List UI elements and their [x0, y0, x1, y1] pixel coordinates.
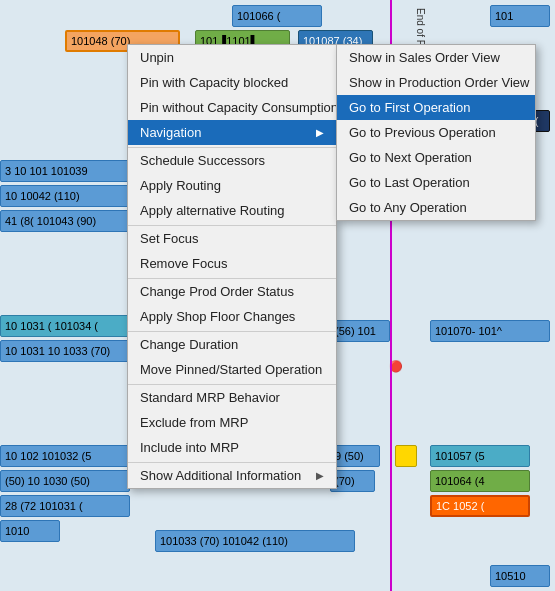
- menu-item-label-change-prod-status: Change Prod Order Status: [140, 284, 294, 299]
- menu-item-include-mrp[interactable]: Include into MRP: [128, 435, 336, 460]
- menu-item-label-schedule-successors: Schedule Successors: [140, 153, 265, 168]
- gantt-bar-b18[interactable]: 101064 (4: [430, 470, 530, 492]
- submenu-arrow-icon: ▶: [316, 127, 324, 138]
- menu-item-label-pin-capacity-blocked: Pin with Capacity blocked: [140, 75, 288, 90]
- gantt-bar-b23[interactable]: 1010: [0, 520, 60, 542]
- submenu-item-go-last[interactable]: Go to Last Operation: [337, 170, 535, 195]
- gantt-bar-b11[interactable]: (56) 101: [330, 320, 390, 342]
- gantt-bar-b16[interactable]: 101057 (5: [430, 445, 530, 467]
- submenu-item-label-go-first: Go to First Operation: [349, 100, 470, 115]
- navigation-submenu: Show in Sales Order ViewShow in Producti…: [336, 44, 536, 221]
- gantt-bar-b25[interactable]: 10510: [490, 565, 550, 587]
- submenu-item-label-go-any: Go to Any Operation: [349, 200, 467, 215]
- menu-item-label-standard-mrp: Standard MRP Behavior: [140, 390, 280, 405]
- gantt-bar-b26[interactable]: 🔴: [385, 355, 405, 377]
- menu-item-unpin[interactable]: Unpin: [128, 45, 336, 70]
- menu-item-set-focus[interactable]: Set Focus: [128, 225, 336, 251]
- submenu-item-label-go-next: Go to Next Operation: [349, 150, 472, 165]
- gantt-bar-b1[interactable]: 101066 (: [232, 5, 322, 27]
- gantt-bar-b27[interactable]: [395, 445, 417, 467]
- context-menu: UnpinPin with Capacity blockedPin withou…: [127, 44, 337, 489]
- submenu-item-go-first[interactable]: Go to First Operation: [337, 95, 535, 120]
- end-of-period-label: End of P: [415, 8, 426, 46]
- gantt-bar-b24[interactable]: 101033 (70) 101042 (110): [155, 530, 355, 552]
- submenu-item-label-show-production: Show in Production Order View: [349, 75, 529, 90]
- submenu-item-show-sales[interactable]: Show in Sales Order View: [337, 45, 535, 70]
- menu-item-label-show-additional: Show Additional Information: [140, 468, 301, 483]
- menu-item-label-apply-shop-floor: Apply Shop Floor Changes: [140, 309, 295, 324]
- menu-item-move-pinned[interactable]: Move Pinned/Started Operation: [128, 357, 336, 382]
- menu-item-label-move-pinned: Move Pinned/Started Operation: [140, 362, 322, 377]
- submenu-item-show-production[interactable]: Show in Production Order View: [337, 70, 535, 95]
- gantt-bar-b13[interactable]: 10 1031 ( 101034 (: [0, 315, 130, 337]
- submenu-item-label-go-last: Go to Last Operation: [349, 175, 470, 190]
- menu-item-label-unpin: Unpin: [140, 50, 174, 65]
- gantt-bar-b10[interactable]: 41 (8( 101043 (90): [0, 210, 130, 232]
- menu-item-label-exclude-mrp: Exclude from MRP: [140, 415, 248, 430]
- menu-item-label-apply-alt-routing: Apply alternative Routing: [140, 203, 285, 218]
- menu-item-schedule-successors[interactable]: Schedule Successors: [128, 147, 336, 173]
- menu-item-label-remove-focus: Remove Focus: [140, 256, 227, 271]
- menu-item-apply-shop-floor[interactable]: Apply Shop Floor Changes: [128, 304, 336, 329]
- gantt-bar-b9[interactable]: 10 10042 (110): [0, 185, 130, 207]
- menu-item-apply-alt-routing[interactable]: Apply alternative Routing: [128, 198, 336, 223]
- menu-item-label-apply-routing: Apply Routing: [140, 178, 221, 193]
- menu-item-navigation[interactable]: Navigation▶: [128, 120, 336, 145]
- menu-item-label-pin-no-capacity: Pin without Capacity Consumption: [140, 100, 338, 115]
- submenu-item-go-next[interactable]: Go to Next Operation: [337, 145, 535, 170]
- menu-item-label-change-duration: Change Duration: [140, 337, 238, 352]
- menu-item-label-navigation: Navigation: [140, 125, 201, 140]
- menu-item-remove-focus[interactable]: Remove Focus: [128, 251, 336, 276]
- gantt-bar-b20[interactable]: (50) 10 1030 (50): [0, 470, 130, 492]
- menu-item-label-include-mrp: Include into MRP: [140, 440, 239, 455]
- gantt-bar-b8[interactable]: 3 10 101 101039: [0, 160, 130, 182]
- submenu-arrow-icon: ▶: [316, 470, 324, 481]
- menu-item-pin-no-capacity[interactable]: Pin without Capacity Consumption: [128, 95, 336, 120]
- gantt-bar-b12[interactable]: 101070- 101^: [430, 320, 550, 342]
- submenu-item-go-any[interactable]: Go to Any Operation: [337, 195, 535, 220]
- menu-item-pin-capacity-blocked[interactable]: Pin with Capacity blocked: [128, 70, 336, 95]
- submenu-item-label-go-previous: Go to Previous Operation: [349, 125, 496, 140]
- submenu-item-go-previous[interactable]: Go to Previous Operation: [337, 120, 535, 145]
- gantt-bar-b19[interactable]: 10 102 101032 (5: [0, 445, 130, 467]
- menu-item-change-prod-status[interactable]: Change Prod Order Status: [128, 278, 336, 304]
- menu-item-label-set-focus: Set Focus: [140, 231, 199, 246]
- gantt-bar-b2[interactable]: 101: [490, 5, 550, 27]
- menu-item-change-duration[interactable]: Change Duration: [128, 331, 336, 357]
- submenu-item-label-show-sales: Show in Sales Order View: [349, 50, 500, 65]
- gantt-bar-b22[interactable]: 1C 1052 (: [430, 495, 530, 517]
- menu-item-standard-mrp[interactable]: Standard MRP Behavior: [128, 384, 336, 410]
- gantt-bar-b21[interactable]: 28 (72 101031 (: [0, 495, 130, 517]
- gantt-bar-b15[interactable]: 9 (50): [330, 445, 380, 467]
- menu-item-apply-routing[interactable]: Apply Routing: [128, 173, 336, 198]
- gantt-bar-b14[interactable]: 10 1031 10 1033 (70): [0, 340, 130, 362]
- menu-item-show-additional[interactable]: Show Additional Information▶: [128, 462, 336, 488]
- menu-item-exclude-mrp[interactable]: Exclude from MRP: [128, 410, 336, 435]
